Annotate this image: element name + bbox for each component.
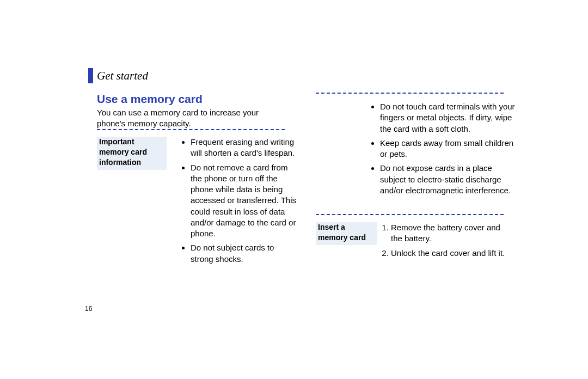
list-item: Remove the battery cover and the battery… (391, 222, 513, 244)
divider-icon (316, 93, 504, 94)
list-item: Do not touch card terminals with your fi… (380, 101, 516, 135)
callout-line: information (99, 158, 141, 167)
callout-line: Insert a (318, 223, 345, 231)
callout-line: Important (99, 137, 134, 146)
callout-insert: Insert a memory card (316, 222, 377, 245)
divider-icon (97, 129, 285, 130)
list-item: Keep cards away from small children or p… (380, 138, 516, 160)
list-item: Unlock the card cover and lift it. (391, 248, 513, 259)
bullet-list-right-upper: Do not touch card terminals with your fi… (370, 101, 516, 199)
list-item: Do not remove a card from the phone or t… (191, 162, 297, 240)
bullet-list-left: Frequent erasing and writing will shorte… (181, 137, 297, 268)
header-row: Get started (88, 68, 148, 83)
section-name: Get started (97, 68, 148, 83)
callout-line: memory card (99, 148, 147, 156)
accent-bar-icon (88, 68, 93, 83)
list-item: Do not expose cards in a place subject t… (380, 163, 516, 196)
callout-line: memory card (318, 233, 366, 242)
numbered-list-right: Remove the battery cover and the battery… (381, 222, 513, 262)
list-item: Do not subject cards to strong shocks. (191, 242, 297, 265)
page-number: 16 (85, 304, 92, 313)
divider-icon (316, 214, 504, 215)
page-title: Use a memory card (97, 91, 203, 107)
intro-text: You can use a memory card to increase yo… (97, 107, 285, 130)
list-item: Frequent erasing and writing will shorte… (191, 137, 297, 159)
document-page: Get started Use a memory card You can us… (0, 0, 588, 379)
callout-important: Important memory card information (97, 137, 167, 170)
